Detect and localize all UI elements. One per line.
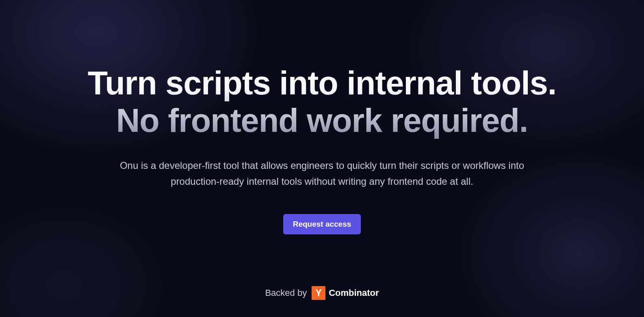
- ycombinator-name: Combinator: [329, 288, 379, 298]
- ycombinator-badge: Y Combinator: [312, 286, 379, 300]
- ycombinator-logo-icon: Y: [312, 286, 325, 300]
- request-access-button[interactable]: Request access: [283, 214, 361, 234]
- backed-by-label: Backed by: [265, 288, 307, 298]
- headline-line-1: Turn scripts into internal tools.: [88, 65, 557, 101]
- hero-subtext: Onu is a developer-first tool that allow…: [103, 157, 542, 190]
- headline-line-2: No frontend work required.: [116, 102, 528, 139]
- backed-by-section: Backed by Y Combinator: [265, 286, 379, 300]
- hero-headline: Turn scripts into internal tools. No fro…: [88, 64, 557, 140]
- yc-letter: Y: [315, 289, 321, 298]
- hero-section: Turn scripts into internal tools. No fro…: [0, 0, 644, 317]
